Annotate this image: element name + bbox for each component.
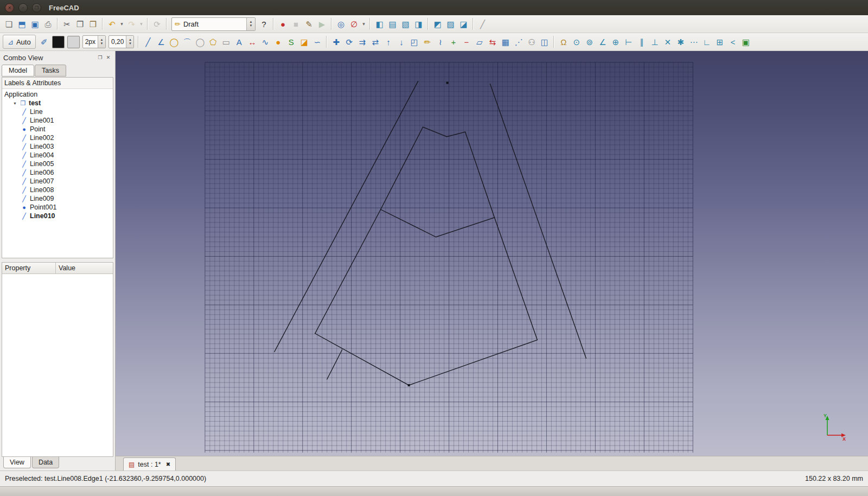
snap-dimensions-button[interactable]: < xyxy=(726,36,739,48)
tree-item-line006[interactable]: ╱Line006 xyxy=(2,168,113,177)
draft-path-array-button[interactable]: ⋰ xyxy=(512,36,525,48)
draft-offset-button[interactable]: ⇉ xyxy=(356,36,368,48)
tree-item-line001[interactable]: ╱Line001 xyxy=(2,116,113,125)
undo-dropdown[interactable]: ▾ xyxy=(119,18,125,30)
open-file-button[interactable]: ⬒ xyxy=(16,18,28,30)
tree-item-line002[interactable]: ╱Line002 xyxy=(2,133,113,142)
3d-viewport[interactable]: Y X xyxy=(116,51,868,456)
snap-ortho-button[interactable]: ∟ xyxy=(700,36,713,48)
snap-perpendicular-button[interactable]: ⊥ xyxy=(648,36,661,48)
scale-spin[interactable]: 0,20▲▼ xyxy=(108,35,134,48)
draft-add-point-button[interactable]: + xyxy=(447,36,459,48)
document-tab[interactable]: ▤ test : 1* ✖ xyxy=(123,457,176,470)
construction-mode-button[interactable]: ✐ xyxy=(38,36,50,48)
draft-upgrade-button[interactable]: ↑ xyxy=(382,36,394,48)
snap-near-button[interactable]: ⋯ xyxy=(687,36,700,48)
draft-dimension-button[interactable]: ↔ xyxy=(246,36,258,48)
draft-rectangle-button[interactable]: ▭ xyxy=(220,36,232,48)
working-plane-button[interactable]: ⊿Auto xyxy=(3,35,36,49)
draft-trimex-button[interactable]: ⇄ xyxy=(369,36,381,48)
view-rear-button[interactable]: ◩ xyxy=(431,18,444,30)
macro-edit-button[interactable]: ✎ xyxy=(303,18,315,30)
draft-to-sketch-button[interactable]: ⇆ xyxy=(486,36,499,48)
draft-shapestring-button[interactable]: S xyxy=(285,36,297,48)
paste-button[interactable]: ❒ xyxy=(87,18,99,30)
tree-item-line009[interactable]: ╱Line009 xyxy=(2,194,113,203)
new-file-button[interactable]: ❏ xyxy=(3,18,15,30)
tree-item-test[interactable]: ▼❒test xyxy=(2,99,113,107)
draw-style-dropdown[interactable]: ▾ xyxy=(361,18,367,30)
zoom-fit-button[interactable]: ◎ xyxy=(335,18,347,30)
tree-item-line003[interactable]: ╱Line003 xyxy=(2,142,113,151)
tree-item-point[interactable]: ●Point xyxy=(2,125,113,133)
draft-delete-point-button[interactable]: − xyxy=(460,36,473,48)
whats-this-button[interactable]: ? xyxy=(258,18,270,30)
snap-angle-button[interactable]: ∠ xyxy=(596,36,609,48)
tree-item-line005[interactable]: ╱Line005 xyxy=(2,160,113,168)
snap-center-button[interactable]: ⊕ xyxy=(609,36,622,48)
macro-record-button[interactable]: ● xyxy=(277,18,289,30)
window-maximize-button[interactable]: ❐ xyxy=(32,3,41,12)
draft-arc-button[interactable]: ⌒ xyxy=(181,36,193,48)
tab-view[interactable]: View xyxy=(3,457,31,468)
document-close-icon[interactable]: ✖ xyxy=(166,461,170,467)
snap-intersection-button[interactable]: ✕ xyxy=(661,36,674,48)
draft-array-button[interactable]: ▦ xyxy=(499,36,512,48)
draft-text-button[interactable]: A xyxy=(233,36,245,48)
draft-line-button[interactable]: ╱ xyxy=(142,36,154,48)
draft-facebinder-button[interactable]: ◪ xyxy=(298,36,310,48)
tree-item-application[interactable]: Application xyxy=(2,90,113,99)
cut-button[interactable]: ✂ xyxy=(61,18,73,30)
line-width-spin[interactable]: 2px▲▼ xyxy=(82,35,106,48)
draft-downgrade-button[interactable]: ↓ xyxy=(395,36,407,48)
draft-wire-button[interactable]: ∠ xyxy=(155,36,167,48)
save-button[interactable]: ▣ xyxy=(29,18,41,30)
panel-close-icon[interactable]: ✕ xyxy=(104,54,112,62)
view-right-button[interactable]: ◨ xyxy=(412,18,425,30)
draft-move-button[interactable]: ✚ xyxy=(330,36,342,48)
expander-icon[interactable]: ▼ xyxy=(12,101,17,105)
tab-data[interactable]: Data xyxy=(32,457,59,468)
draft-edit-button[interactable]: ✏ xyxy=(421,36,433,48)
face-color-swatch[interactable] xyxy=(67,36,80,48)
tree-item-point001[interactable]: ●Point001 xyxy=(2,203,113,212)
tree-item-line004[interactable]: ╱Line004 xyxy=(2,151,113,160)
snap-parallel-button[interactable]: ∥ xyxy=(635,36,648,48)
draft-shape-2d-view-button[interactable]: ▱ xyxy=(473,36,486,48)
print-button[interactable]: ⎙ xyxy=(42,18,54,30)
tree-item-line008[interactable]: ╱Line008 xyxy=(2,186,113,194)
tab-tasks[interactable]: Tasks xyxy=(35,65,66,77)
value-column-header[interactable]: Value xyxy=(56,263,113,274)
copy-button[interactable]: ❐ xyxy=(74,18,86,30)
line-color-swatch[interactable] xyxy=(52,36,65,48)
view-bottom-button[interactable]: ▨ xyxy=(444,18,457,30)
line-width-spin-arrows[interactable]: ▲▼ xyxy=(98,36,105,48)
tree-item-line010[interactable]: ╱Line010 xyxy=(2,212,113,220)
snap-extension-button[interactable]: ⊢ xyxy=(622,36,635,48)
draft-circle-button[interactable]: ◯ xyxy=(168,36,180,48)
draft-mirror-button[interactable]: ◫ xyxy=(538,36,551,48)
draft-bezier-button[interactable]: ∽ xyxy=(311,36,323,48)
property-column-header[interactable]: Property xyxy=(2,263,56,274)
tab-model[interactable]: Model xyxy=(2,65,34,77)
window-close-button[interactable]: ✕ xyxy=(5,3,14,12)
view-top-button[interactable]: ▧ xyxy=(399,18,412,30)
undo-button[interactable]: ↶ xyxy=(106,18,118,30)
snap-midpoint-button[interactable]: ⊚ xyxy=(583,36,596,48)
draft-ellipse-button[interactable]: ◯ xyxy=(194,36,206,48)
tree-item-line[interactable]: ╱Line xyxy=(2,107,113,116)
snap-working-plane-button[interactable]: ▣ xyxy=(739,36,752,48)
snap-special-button[interactable]: ✱ xyxy=(674,36,687,48)
draft-polygon-button[interactable]: ⬠ xyxy=(207,36,219,48)
scale-spin-arrows[interactable]: ▲▼ xyxy=(126,36,133,48)
snap-grid-button[interactable]: ⊞ xyxy=(713,36,726,48)
workbench-dropdown-arrows[interactable]: ▲▼ xyxy=(246,18,255,30)
panel-splitter[interactable] xyxy=(0,258,115,262)
draft-rotate-button[interactable]: ⟳ xyxy=(343,36,355,48)
draw-style-button[interactable]: ∅ xyxy=(348,18,360,30)
draft-wire-to-bspline-button[interactable]: ≀ xyxy=(434,36,446,48)
draft-clone-button[interactable]: ⚇ xyxy=(525,36,538,48)
snap-lock-button[interactable]: Ω xyxy=(557,36,570,48)
draft-scale-button[interactable]: ◰ xyxy=(408,36,420,48)
tree-item-line007[interactable]: ╱Line007 xyxy=(2,177,113,186)
